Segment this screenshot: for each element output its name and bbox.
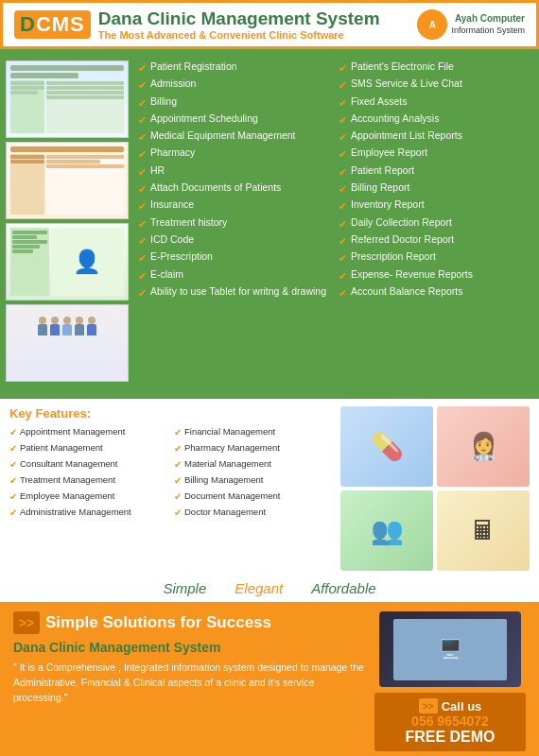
feature-item: ✔ Appointment Scheduling <box>138 112 335 127</box>
features-list-left: ✔ Patient Registration ✔ Admission ✔ Bil… <box>138 60 335 387</box>
tagline-elegant: Elegant <box>235 580 283 596</box>
laptop-screen: 🖥️ <box>393 619 507 680</box>
ayah-icon: A <box>417 9 447 40</box>
team-icon: 👥 <box>371 515 404 546</box>
kf-item: ✔ Document Management <box>174 490 333 503</box>
feature-item: ✔ Billing <box>138 95 335 110</box>
kf-col-1: ✔ Appointment Management ✔ Patient Manag… <box>9 426 168 523</box>
feature-item: ✔ Account Balance Reports <box>339 285 535 300</box>
photo-row-bottom: 👥 🖩 <box>340 490 530 571</box>
kf-item: ✔ Material Management <box>174 458 333 471</box>
feature-item: ✔ Insurance <box>138 198 335 213</box>
call-box: >> Call us 056 9654072 FREE DEMO <box>374 693 526 751</box>
kf-check-icon: ✔ <box>9 442 17 455</box>
features-columns: ✔ Patient Registration ✔ Admission ✔ Bil… <box>132 57 539 391</box>
check-icon: ✔ <box>339 78 347 92</box>
check-icon: ✔ <box>339 165 347 179</box>
kf-check-icon: ✔ <box>9 507 17 519</box>
kf-check-icon: ✔ <box>9 474 17 487</box>
kf-check-icon: ✔ <box>174 507 182 519</box>
check-icon: ✔ <box>138 234 147 248</box>
check-icon: ✔ <box>138 217 147 231</box>
bottom-section: >> Simple Solutions for Success Dana Cli… <box>0 602 539 756</box>
header-right: A Ayah Computer Information System <box>417 9 525 40</box>
main-title: Dana Clinic Management System <box>98 9 380 29</box>
check-icon: ✔ <box>138 251 147 265</box>
kf-item: ✔ Consultant Management <box>9 458 168 471</box>
header: DCMS Dana Clinic Management System The M… <box>0 0 539 49</box>
check-icon: ✔ <box>339 234 347 248</box>
kf-check-icon: ✔ <box>174 474 182 487</box>
feature-item: ✔ Attach Documents of Patients <box>138 181 335 196</box>
doctor-icon: 👩‍⚕️ <box>467 431 500 462</box>
kf-item: ✔ Billing Management <box>174 474 333 487</box>
check-icon: ✔ <box>339 182 347 196</box>
kf-item: ✔ Doctor Management <box>174 507 333 519</box>
phone-number: 056 9654072 <box>386 713 514 729</box>
ayah-text: Ayah Computer Information System <box>451 12 525 36</box>
pharmacy-icon: 💊 <box>371 431 404 462</box>
check-icon: ✔ <box>339 147 347 161</box>
feature-item: ✔ Billing Report <box>339 181 535 196</box>
main-subtitle: The Most Advanced & Convenient Clinic So… <box>98 29 380 41</box>
screenshots-column: 👤 <box>0 57 132 391</box>
kf-item: ✔ Administrative Management <box>9 507 168 519</box>
tagline-row: Simple Elegant Affordable <box>0 578 539 602</box>
feature-item: ✔ E-claim <box>138 268 335 283</box>
feature-item: ✔ Ability to use Tablet for writng & dra… <box>138 285 335 300</box>
key-features-section: Key Features: ✔ Appointment Management ✔… <box>0 399 539 578</box>
screenshot-3: 👤 <box>6 223 129 301</box>
screenshot-4 <box>6 304 129 382</box>
check-icon: ✔ <box>339 251 347 265</box>
pharmacy-photo: 💊 <box>340 406 433 487</box>
kf-check-icon: ✔ <box>174 442 182 455</box>
kf-check-icon: ✔ <box>174 458 182 471</box>
kf-item: ✔ Employee Management <box>9 490 168 503</box>
kf-item: ✔ Appointment Management <box>9 426 168 438</box>
kf-col-2: ✔ Financial Management ✔ Pharmacy Manage… <box>174 426 333 523</box>
dcms-logo: DCMS <box>14 10 91 39</box>
feature-item: ✔ Medical Equipment Management <box>138 129 335 144</box>
call-arrow-icon: >> <box>419 698 438 713</box>
check-icon: ✔ <box>138 78 147 92</box>
bottom-right: 🖥️ >> Call us 056 9654072 FREE DEMO <box>374 611 526 751</box>
dana-subtitle: Dana Clinic Management System <box>13 640 365 655</box>
ayah-logo: A Ayah Computer Information System <box>417 9 525 40</box>
feature-item: ✔ Referred Doctor Report <box>339 233 535 248</box>
feature-item: ✔ Patient Registration <box>138 60 335 75</box>
kf-item: ✔ Treatment Management <box>9 474 168 487</box>
screenshot-1 <box>6 60 129 138</box>
team-photo: 👥 <box>340 490 433 571</box>
feature-item: ✔ HR <box>138 164 335 179</box>
feature-item: ✔ Prescription Report <box>339 250 535 265</box>
bottom-left: >> Simple Solutions for Success Dana Cli… <box>13 611 365 705</box>
kf-check-icon: ✔ <box>9 458 17 471</box>
call-us-text: Call us <box>442 699 482 713</box>
check-icon: ✔ <box>138 199 147 213</box>
check-icon: ✔ <box>339 61 347 75</box>
kf-item: ✔ Financial Management <box>174 426 333 438</box>
features-list-right: ✔ Patient's Electronic File ✔ SMS Servic… <box>339 60 535 387</box>
feature-item: ✔ Inventory Report <box>339 198 535 213</box>
check-icon: ✔ <box>138 96 147 110</box>
arrow-icon: >> <box>13 611 40 634</box>
key-features-left: Key Features: ✔ Appointment Management ✔… <box>9 406 333 571</box>
check-icon: ✔ <box>138 130 147 144</box>
feature-item: ✔ Accounting Analysis <box>339 112 535 127</box>
feature-item: ✔ Treatment history <box>138 216 335 231</box>
tagline-affordable: Affordable <box>311 580 375 596</box>
calc-photo: 🖩 <box>437 490 530 571</box>
calc-icon: 🖩 <box>470 515 496 546</box>
key-features-columns: ✔ Appointment Management ✔ Patient Manag… <box>9 426 333 523</box>
key-features-title: Key Features: <box>9 406 333 421</box>
header-title-block: Dana Clinic Management System The Most A… <box>98 9 380 41</box>
solution-title: Simple Solutions for Success <box>45 613 271 632</box>
kf-check-icon: ✔ <box>9 426 17 438</box>
screenshot-2 <box>6 142 129 219</box>
feature-item: ✔ Employee Report <box>339 146 535 161</box>
check-icon: ✔ <box>339 130 347 144</box>
kf-check-icon: ✔ <box>174 426 182 438</box>
check-icon: ✔ <box>339 217 347 231</box>
feature-item: ✔ SMS Service & Live Chat <box>339 77 535 92</box>
check-icon: ✔ <box>138 61 147 75</box>
